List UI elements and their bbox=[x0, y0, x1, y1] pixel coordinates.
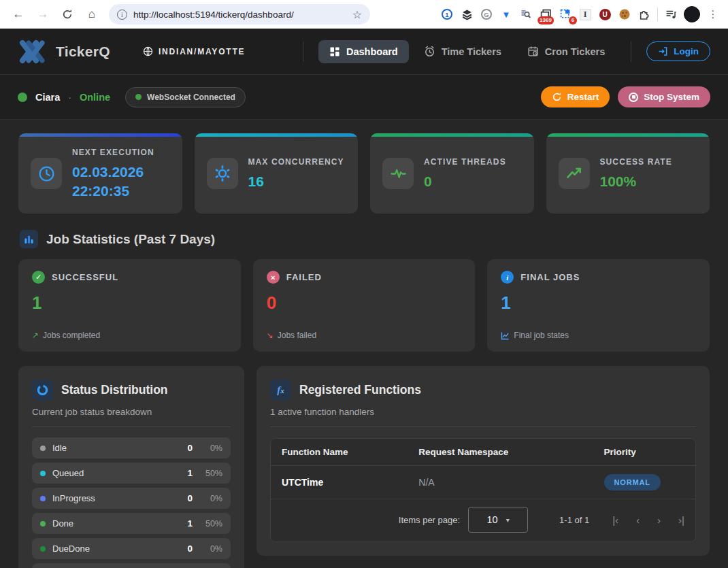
page-size-select[interactable]: 10 ▾ bbox=[468, 507, 528, 533]
login-label: Login bbox=[674, 46, 699, 56]
fx-function-icon: fx bbox=[270, 380, 291, 401]
chrome-menu-icon[interactable]: ⋮ bbox=[706, 7, 720, 21]
status-label: InProgress bbox=[52, 493, 172, 503]
registered-functions-panel: fx Registered Functions 1 active functio… bbox=[257, 366, 710, 556]
stat-cards-row: NEXT EXECUTION 02.03.2026 22:20:35 bbox=[18, 133, 710, 214]
globe-icon bbox=[143, 46, 153, 56]
home-icon[interactable]: ⌂ bbox=[80, 3, 103, 26]
divider bbox=[270, 427, 696, 427]
navbar-divider bbox=[303, 41, 303, 62]
status-count: 0 bbox=[172, 443, 193, 453]
stat-card-success-rate: SUCCESS RATE 100% bbox=[546, 133, 710, 214]
status-dot-icon bbox=[40, 446, 46, 451]
restart-button[interactable]: Restart bbox=[541, 86, 610, 107]
tab-counter-extension-icon[interactable]: 1369 bbox=[539, 7, 552, 21]
cookie-extension-icon[interactable] bbox=[618, 7, 631, 21]
tab-dashboard-label: Dashboard bbox=[346, 46, 398, 57]
bottom-panels-row: Status Distribution Current job status b… bbox=[18, 366, 710, 568]
job-statistics-header: Job Statistics (Past 7 Days) bbox=[20, 230, 708, 248]
online-status-dot bbox=[18, 93, 27, 102]
system-status-bar: Ciara · Online WebSocket Connected Resta… bbox=[0, 75, 728, 120]
column-header-function-name: Function Name bbox=[282, 447, 418, 457]
table-pagination: Items per page: 10 ▾ 1-1 of 1 |‹ ‹ › ›| bbox=[271, 499, 695, 541]
ublock-glyph: U bbox=[599, 9, 611, 20]
status-percent: 50% bbox=[193, 519, 222, 529]
status-label: Idle bbox=[52, 443, 172, 453]
funnel-extension-icon[interactable]: ▼ bbox=[499, 7, 513, 21]
status-distribution-panel: Status Distribution Current job status b… bbox=[18, 366, 244, 568]
chevron-down-icon: ▾ bbox=[506, 516, 510, 524]
next-page-icon[interactable]: › bbox=[657, 514, 661, 526]
login-button[interactable]: Login bbox=[646, 41, 710, 61]
priority-badge: NORMAL bbox=[604, 474, 661, 490]
page-size-value: 10 bbox=[487, 514, 498, 525]
grammarly-extension-icon[interactable]: G bbox=[480, 7, 493, 21]
last-page-icon[interactable]: ›| bbox=[678, 514, 684, 526]
playlist-extension-icon[interactable] bbox=[664, 7, 678, 21]
stat-card-max-concurrency: MAX CONCURRENCY 16 bbox=[195, 133, 359, 214]
pulse-icon bbox=[382, 158, 414, 189]
forward-icon[interactable]: → bbox=[31, 3, 54, 26]
dashboard-main: NEXT EXECUTION 02.03.2026 22:20:35 bbox=[0, 120, 728, 568]
onepassword-extension-icon[interactable]: 1 bbox=[440, 7, 454, 21]
navbar-divider bbox=[631, 41, 631, 62]
site-info-icon[interactable]: i bbox=[117, 10, 127, 20]
search-list-extension-icon[interactable] bbox=[519, 7, 533, 21]
line-chart-mini-icon bbox=[501, 331, 510, 340]
job-footer-label: Jobs completed bbox=[43, 331, 100, 340]
back-icon[interactable]: ← bbox=[7, 3, 30, 26]
bookmark-star-icon[interactable]: ☆ bbox=[352, 8, 362, 21]
capital-i-extension-icon[interactable]: I bbox=[578, 7, 592, 21]
stat-card-active-threads: ACTIVE THREADS 0 bbox=[370, 133, 534, 214]
list-item-queued: Queued 1 50% bbox=[32, 463, 231, 484]
divider bbox=[32, 427, 231, 427]
first-page-icon[interactable]: |‹ bbox=[612, 514, 618, 526]
address-bar[interactable]: i http://localhost:5194/tickerq/dashboar… bbox=[109, 4, 370, 24]
stop-icon bbox=[629, 93, 638, 102]
card-accent-bar bbox=[370, 133, 534, 137]
profile-avatar[interactable] bbox=[684, 6, 700, 22]
reload-icon[interactable] bbox=[56, 3, 79, 26]
card-accent-bar bbox=[18, 133, 182, 137]
calendar-clock-icon bbox=[527, 46, 539, 57]
tab-cron-tickers[interactable]: Cron Tickers bbox=[516, 39, 616, 63]
list-item-idle: Idle 0 0% bbox=[32, 437, 231, 458]
functions-table: Function Name Request Namespace Priority… bbox=[270, 438, 696, 542]
column-header-priority: Priority bbox=[604, 447, 684, 457]
extensions-puzzle-icon[interactable] bbox=[638, 7, 651, 21]
ublock-extension-icon[interactable]: U bbox=[598, 7, 612, 21]
tab-time-tickers[interactable]: Time Tickers bbox=[413, 39, 512, 63]
capital-i-glyph: I bbox=[580, 9, 591, 20]
panel-title: Status Distribution bbox=[61, 383, 168, 397]
restart-icon bbox=[552, 92, 562, 102]
status-percent: 0% bbox=[193, 444, 222, 453]
grammarly-glyph: G bbox=[481, 9, 492, 20]
section-title: Job Statistics (Past 7 Days) bbox=[46, 232, 215, 247]
stop-system-button[interactable]: Stop System bbox=[618, 86, 710, 107]
column-header-request-namespace: Request Namespace bbox=[418, 447, 603, 457]
tab-cron-tickers-label: Cron Tickers bbox=[545, 46, 605, 57]
tab-dashboard[interactable]: Dashboard bbox=[318, 40, 409, 63]
job-value: 1 bbox=[501, 293, 696, 314]
extensions-strip: 1 G ▼ 1369 6 I U bbox=[440, 6, 721, 22]
card-accent-bar bbox=[546, 133, 710, 137]
nav-tabs: Dashboard Time Tickers Cron Tickers bbox=[292, 39, 710, 63]
panel-subtitle: Current job status breakdown bbox=[32, 407, 231, 417]
selection-extension-icon[interactable]: 6 bbox=[559, 7, 572, 21]
separator: · bbox=[68, 92, 71, 103]
namespace-cell: N/A bbox=[418, 477, 603, 488]
status-percent: 50% bbox=[193, 469, 222, 478]
stat-label: MAX CONCURRENCY bbox=[248, 156, 344, 168]
timezone-label: INDIAN/MAYOTTE bbox=[159, 47, 245, 56]
table-row: UTCTime N/A NORMAL bbox=[271, 466, 695, 499]
status-percent: 0% bbox=[193, 544, 222, 554]
layers-extension-icon[interactable] bbox=[460, 7, 474, 21]
tab-counter-badge: 1369 bbox=[537, 16, 554, 24]
status-count: 1 bbox=[172, 518, 193, 529]
prev-page-icon[interactable]: ‹ bbox=[636, 514, 640, 526]
pager-controls: |‹ ‹ › ›| bbox=[612, 514, 684, 526]
trend-up-mini-icon: ↗ bbox=[32, 331, 39, 340]
job-card-successful: ✓ SUCCESSFUL 1 ↗ Jobs completed bbox=[18, 259, 241, 352]
url-text[interactable]: http://localhost:5194/tickerq/dashboard/ bbox=[133, 10, 346, 20]
job-label: FINAL JOBS bbox=[520, 272, 580, 282]
